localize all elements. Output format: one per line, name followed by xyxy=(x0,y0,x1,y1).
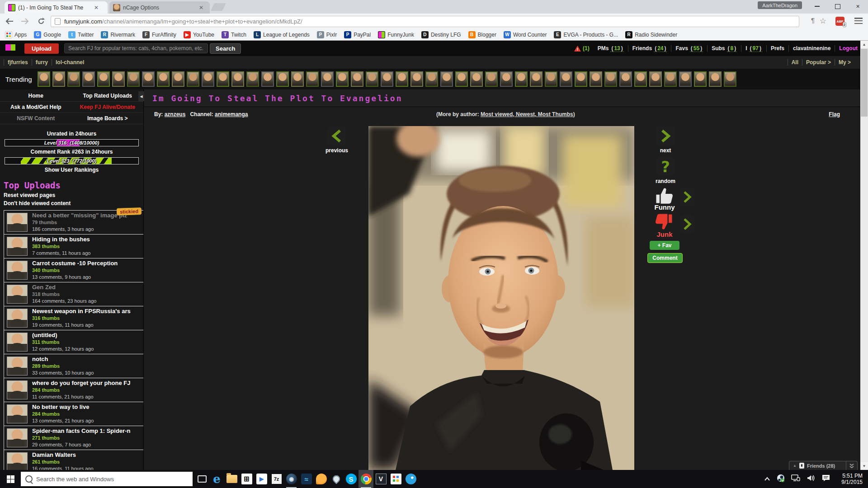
header-link[interactable]: Friends (24) xyxy=(628,45,671,52)
omnibox[interactable]: funnyjunk.com /channel/animemanga/Im+goi… xyxy=(51,16,799,27)
trending-avatar[interactable] xyxy=(261,71,274,87)
trending-avatar[interactable] xyxy=(694,71,707,87)
trending-avatar[interactable] xyxy=(142,71,155,87)
taskbar-app[interactable]: S xyxy=(344,470,359,488)
taskbar-clock[interactable]: 5:51 PM 9/1/2015 xyxy=(835,473,863,485)
trending-avatar[interactable] xyxy=(202,71,214,87)
bookmark-item[interactable]: P PayPal xyxy=(342,30,373,39)
trending-avatar[interactable] xyxy=(67,71,80,87)
taskbar-app[interactable]: e xyxy=(209,470,224,488)
trending-avatar[interactable] xyxy=(604,71,617,87)
scroll-down-icon[interactable]: ▼ xyxy=(860,462,868,470)
dont-hide-link[interactable]: Don't hide viewed content xyxy=(4,200,143,206)
start-button[interactable] xyxy=(0,470,21,488)
trending-avatar[interactable] xyxy=(410,71,423,87)
taskbar-app[interactable]: V xyxy=(373,470,388,488)
trending-avatar[interactable] xyxy=(619,71,632,87)
taskbar-app[interactable] xyxy=(224,470,239,488)
notifications-icon[interactable] xyxy=(822,474,830,483)
trending-avatar[interactable] xyxy=(291,71,304,87)
channel-link[interactable]: lol-channel xyxy=(52,59,88,66)
trending-avatar[interactable] xyxy=(366,71,378,87)
trending-avatar[interactable] xyxy=(187,71,199,87)
channel-link[interactable]: fjfurries xyxy=(4,59,32,66)
junk-more-button[interactable] xyxy=(679,215,695,233)
trending-avatar[interactable] xyxy=(336,71,349,87)
upload-list-item[interactable]: Damian Walters 261 thumbs 16 comments, 1… xyxy=(4,450,143,470)
trending-avatar[interactable] xyxy=(470,71,483,87)
volume-icon[interactable] xyxy=(807,474,816,483)
upload-button[interactable]: Upload xyxy=(24,43,59,54)
funnyjunk-logo-icon[interactable] xyxy=(4,42,18,54)
reset-viewed-link[interactable]: Reset viewed pages xyxy=(4,192,143,198)
upload-list-item[interactable]: Carrot costume -10 Perception 340 thumbs… xyxy=(4,258,143,282)
sidebar-nav-link[interactable]: Image Boards > xyxy=(72,113,144,124)
sidebar-nav-link[interactable]: Keep FJ Alive/Donate xyxy=(72,102,144,113)
bookmark-item[interactable]: FunnyJunk xyxy=(376,30,416,39)
trending-avatar[interactable] xyxy=(306,71,319,87)
page-action-icon[interactable]: ¶ xyxy=(811,16,815,24)
upload-list-item[interactable]: Newest weapon in FPSRussia's ars 316 thu… xyxy=(4,306,143,330)
trending-avatar[interactable] xyxy=(97,71,110,87)
close-button[interactable]: × xyxy=(848,0,868,13)
upload-thumbnail[interactable] xyxy=(7,380,28,399)
trending-avatar[interactable] xyxy=(246,71,259,87)
upload-list-item[interactable]: Gen Zed 318 thumbs 164 comments, 23 hour… xyxy=(4,282,143,306)
header-link[interactable]: PMs (13) xyxy=(594,45,628,52)
new-tab-button[interactable] xyxy=(211,3,226,11)
bookmark-item[interactable]: P Pixlr xyxy=(315,30,339,39)
header-link[interactable]: I (97) xyxy=(741,45,766,52)
double-chevron-icon[interactable] xyxy=(846,461,857,470)
taskbar-app[interactable]: ≈ xyxy=(299,470,314,488)
upload-list-item[interactable]: No better way to live 284 thumbs 13 comm… xyxy=(4,402,143,426)
fj-search-input[interactable]: Search FJ for popular terms: cats, 4chan… xyxy=(64,43,208,53)
bookmark-item[interactable]: L League of Legends xyxy=(251,30,312,39)
trending-avatar[interactable] xyxy=(485,71,498,87)
taskbar-app[interactable] xyxy=(403,470,418,488)
upload-thumbnail[interactable] xyxy=(7,285,28,304)
view-link[interactable]: My > xyxy=(835,59,854,66)
minimize-button[interactable] xyxy=(807,0,827,13)
trending-avatar[interactable] xyxy=(52,71,65,87)
bookmark-item[interactable]: F FurAffinity xyxy=(140,30,179,39)
upload-title[interactable]: Carrot costume -10 Perception xyxy=(32,260,143,267)
bookmark-item[interactable]: B Blogger xyxy=(466,30,499,39)
taskbar-app[interactable] xyxy=(194,470,209,488)
trending-avatar[interactable] xyxy=(724,71,736,87)
alerts-indicator[interactable]: ! (1) xyxy=(570,45,594,52)
bookmark-item[interactable]: G Google xyxy=(32,30,63,39)
taskbar-app[interactable] xyxy=(359,470,373,488)
fav-button[interactable]: + Fav xyxy=(650,241,679,250)
header-link[interactable]: Favs (55) xyxy=(671,45,707,52)
sidebar-nav-link[interactable]: NSFW Content xyxy=(0,113,72,124)
main-image[interactable] xyxy=(368,126,634,470)
upload-thumbnail[interactable] xyxy=(7,357,28,375)
taskbar-app[interactable]: ▶ xyxy=(254,470,269,488)
trending-avatar[interactable] xyxy=(231,71,244,87)
upload-thumbnail[interactable] xyxy=(7,237,28,256)
funny-more-button[interactable] xyxy=(679,188,695,206)
upload-list-item[interactable]: notch 289 thumbs 33 comments, 10 hours a… xyxy=(4,354,143,378)
upload-thumbnail[interactable] xyxy=(7,333,28,352)
taskbar-app[interactable] xyxy=(314,470,329,488)
trending-avatar[interactable] xyxy=(321,71,334,87)
chrome-profile-badge[interactable]: AarkTheDragon xyxy=(758,1,802,9)
upload-thumbnail[interactable] xyxy=(7,452,28,470)
page-scrollbar[interactable]: ▲ ▼ xyxy=(860,41,868,470)
upload-title[interactable]: Hiding in the bushes xyxy=(32,236,143,243)
upload-list-item[interactable]: Spider-man facts Comp 1: Spider-n 271 th… xyxy=(4,426,143,450)
trending-avatar[interactable] xyxy=(396,71,408,87)
forward-button[interactable] xyxy=(19,16,31,27)
taskbar-app[interactable]: ◉ xyxy=(284,470,299,488)
trending-avatar[interactable] xyxy=(649,71,662,87)
sidebar-nav-link[interactable]: Home xyxy=(0,90,72,102)
trending-avatar[interactable] xyxy=(709,71,722,87)
chrome-menu-icon[interactable] xyxy=(854,18,863,24)
maximize-button[interactable] xyxy=(827,0,848,13)
trending-avatar[interactable] xyxy=(545,71,557,87)
bookmark-item[interactable]: W Word Counter xyxy=(501,30,549,39)
tab-funnyjunk[interactable]: (1) - Im Going To Steal The ✕ xyxy=(5,1,108,14)
tab-close-icon[interactable]: ✕ xyxy=(198,5,204,11)
sidebar-collapse-icon[interactable]: ◀ xyxy=(138,91,144,101)
next-button[interactable] xyxy=(656,127,675,145)
